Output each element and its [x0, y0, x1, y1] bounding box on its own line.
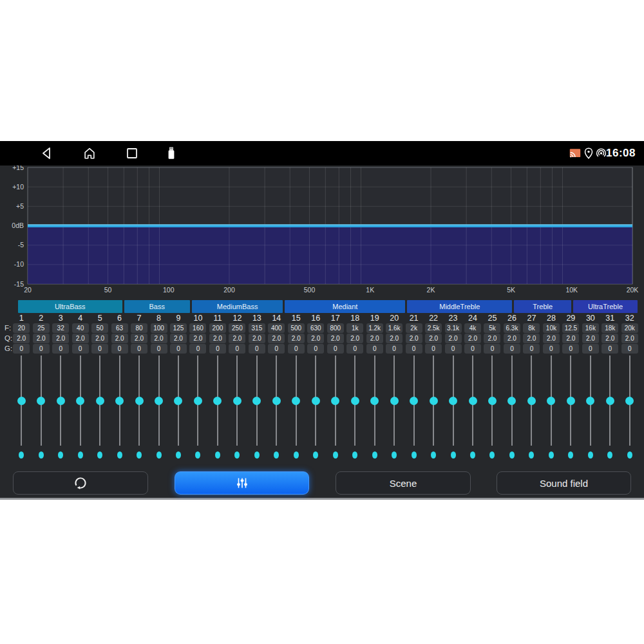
g-value-box[interactable]: 0 — [582, 344, 599, 354]
q-value-box[interactable]: 2.0 — [386, 334, 402, 343]
f-value-box[interactable]: 18k — [601, 323, 618, 333]
f-value-box[interactable]: 160 — [189, 323, 206, 333]
f-value-box[interactable]: 25 — [33, 323, 50, 333]
q-value-box[interactable]: 2.0 — [366, 334, 383, 343]
g-value-box[interactable]: 0 — [268, 344, 285, 354]
q-value-box[interactable]: 2.0 — [523, 334, 540, 343]
slider-knob[interactable] — [625, 397, 634, 405]
q-value-box[interactable]: 2.0 — [209, 334, 226, 343]
q-value-box[interactable]: 2.0 — [445, 334, 462, 343]
f-value-box[interactable]: 16k — [582, 323, 599, 333]
band-ultratreble[interactable]: UltraTreble — [573, 300, 638, 313]
q-value-box[interactable]: 2.0 — [268, 334, 285, 343]
slider-knob[interactable] — [96, 397, 104, 405]
g-value-box[interactable]: 0 — [151, 344, 167, 354]
f-value-box[interactable]: 63 — [111, 323, 128, 333]
q-value-box[interactable]: 2.0 — [229, 334, 245, 343]
g-value-box[interactable]: 0 — [288, 344, 305, 354]
g-value-box[interactable]: 0 — [445, 344, 462, 354]
f-value-box[interactable]: 630 — [307, 323, 324, 333]
q-value-box[interactable]: 2.0 — [72, 334, 89, 343]
g-value-box[interactable]: 0 — [484, 344, 500, 354]
g-value-box[interactable]: 0 — [464, 344, 481, 354]
q-value-box[interactable]: 2.0 — [406, 334, 422, 343]
band-mediumbass[interactable]: MediumBass — [192, 300, 283, 313]
f-value-box[interactable]: 200 — [209, 323, 226, 333]
eq-button[interactable] — [175, 471, 309, 495]
g-value-box[interactable]: 0 — [543, 344, 560, 354]
g-value-box[interactable]: 0 — [229, 344, 245, 354]
q-value-box[interactable]: 2.0 — [621, 334, 638, 343]
q-value-box[interactable]: 2.0 — [464, 334, 481, 343]
g-value-box[interactable]: 0 — [111, 344, 128, 354]
g-value-box[interactable]: 0 — [189, 344, 206, 354]
g-value-box[interactable]: 0 — [249, 344, 265, 354]
f-value-box[interactable]: 400 — [268, 323, 285, 333]
f-value-box[interactable]: 4k — [464, 323, 481, 333]
slider-knob[interactable] — [252, 397, 261, 405]
f-value-box[interactable]: 315 — [249, 323, 265, 333]
f-value-box[interactable]: 1.2k — [366, 323, 383, 333]
slider-knob[interactable] — [312, 397, 320, 405]
q-value-box[interactable]: 2.0 — [582, 334, 599, 343]
q-value-box[interactable]: 2.0 — [91, 334, 108, 343]
scene-button[interactable]: Scene — [336, 471, 471, 495]
slider-knob[interactable] — [351, 397, 359, 405]
g-value-box[interactable]: 0 — [504, 344, 520, 354]
slider-knob[interactable] — [37, 397, 45, 405]
q-value-box[interactable]: 2.0 — [307, 334, 324, 343]
slider-knob[interactable] — [469, 397, 477, 405]
g-value-box[interactable]: 0 — [91, 344, 108, 354]
q-value-box[interactable]: 2.0 — [249, 334, 265, 343]
f-value-box[interactable]: 125 — [170, 323, 187, 333]
slider-knob[interactable] — [57, 397, 65, 405]
slider-knob[interactable] — [155, 397, 163, 405]
f-value-box[interactable]: 100 — [151, 323, 167, 333]
f-value-box[interactable]: 2.5k — [425, 323, 442, 333]
g-value-box[interactable]: 0 — [52, 344, 69, 354]
g-value-box[interactable]: 0 — [327, 344, 344, 354]
q-value-box[interactable]: 2.0 — [425, 334, 442, 343]
slider-knob[interactable] — [567, 397, 575, 405]
q-value-box[interactable]: 2.0 — [543, 334, 560, 343]
q-value-box[interactable]: 2.0 — [484, 334, 500, 343]
g-value-box[interactable]: 0 — [72, 344, 89, 354]
f-value-box[interactable]: 10k — [543, 323, 560, 333]
usb-icon[interactable] — [167, 146, 176, 160]
slider-knob[interactable] — [194, 397, 202, 405]
f-value-box[interactable]: 6.3k — [504, 323, 520, 333]
slider-knob[interactable] — [527, 397, 536, 405]
slider-knob[interactable] — [390, 397, 399, 405]
q-value-box[interactable]: 2.0 — [189, 334, 206, 343]
slider-knob[interactable] — [115, 397, 124, 405]
slider-knob[interactable] — [507, 397, 516, 405]
back-icon[interactable] — [40, 146, 53, 160]
slider-knob[interactable] — [370, 397, 379, 405]
slider-knob[interactable] — [17, 397, 26, 405]
slider-knob[interactable] — [331, 397, 339, 405]
f-value-box[interactable]: 3.1k — [445, 323, 462, 333]
f-value-box[interactable]: 2k — [406, 323, 422, 333]
q-value-box[interactable]: 2.0 — [170, 334, 187, 343]
slider-knob[interactable] — [292, 397, 300, 405]
f-value-box[interactable]: 20k — [621, 323, 638, 333]
q-value-box[interactable]: 2.0 — [33, 334, 50, 343]
home-icon[interactable] — [82, 146, 97, 160]
g-value-box[interactable]: 0 — [209, 344, 226, 354]
f-value-box[interactable]: 1k — [346, 323, 363, 333]
f-value-box[interactable]: 8k — [523, 323, 540, 333]
q-value-box[interactable]: 2.0 — [131, 334, 147, 343]
q-value-box[interactable]: 2.0 — [288, 334, 305, 343]
g-value-box[interactable]: 0 — [307, 344, 324, 354]
g-value-box[interactable]: 0 — [131, 344, 147, 354]
g-value-box[interactable]: 0 — [601, 344, 618, 354]
g-value-box[interactable]: 0 — [621, 344, 638, 354]
slider-knob[interactable] — [488, 397, 497, 405]
q-value-box[interactable]: 2.0 — [151, 334, 167, 343]
slider-knob[interactable] — [213, 397, 222, 405]
f-value-box[interactable]: 40 — [72, 323, 89, 333]
g-value-box[interactable]: 0 — [170, 344, 187, 354]
band-middletreble[interactable]: MiddleTreble — [407, 300, 512, 313]
slider-knob[interactable] — [272, 397, 281, 405]
f-value-box[interactable]: 1.6k — [386, 323, 402, 333]
